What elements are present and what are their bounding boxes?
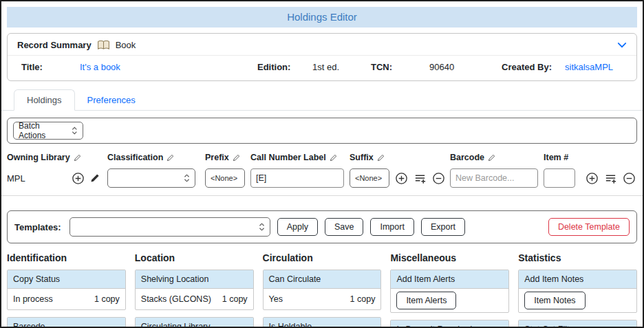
attr-value: Stacks (GLCONS) [141,294,211,304]
delete-template-button[interactable]: Delete Template [548,218,630,236]
spinner-icon [72,126,78,135]
remove-call-number-icon[interactable] [432,172,445,185]
copy-count-badge: 1 copy [350,294,376,304]
classification-header: Classification [107,153,163,162]
tab-preferences[interactable]: Preferences [75,90,148,110]
barcode-header: Barcode [450,153,484,162]
batch-edit-owning-library-icon[interactable] [74,154,81,162]
holdings-editor-page: Holdings Editor Record Summary Book Titl… [0,0,644,328]
attr-card-body[interactable]: Yes 1 copy [264,289,381,309]
copy-count-badge: 1 copy [94,294,120,304]
attr-card-header: Add Item Alerts [391,270,508,289]
spinner-icon [184,173,190,183]
page-title: Holdings Editor [7,7,637,28]
created-by-label: Created By: [502,62,565,72]
prefix-select[interactable]: <None> [205,168,245,188]
prefix-header: Prefix [205,153,229,162]
item-alerts-button[interactable]: Item Alerts [396,292,456,309]
record-summary-header: Record Summary Book [8,34,636,56]
barcode-input[interactable] [450,168,538,188]
attr-card-header: Add Item Notes [519,270,636,289]
owning-library-value: MPL [7,173,25,184]
attr-card-body[interactable]: Stacks (GLCONS) 1 copy [136,289,253,309]
attr-column-statistics: Statistics Add Item Notes Item Notes Sta… [518,252,637,328]
apply-template-button[interactable]: Apply [277,218,318,236]
attr-card-copy-status: Copy Status In process 1 copy [7,270,126,310]
holdings-row: MPL <None> <None> [1,162,643,196]
title-label: Title: [21,62,80,72]
record-summary-label: Record Summary [17,40,92,50]
call-number-label-header: Call Number Label [250,153,326,162]
attr-card-is-deposit-required: Is Deposit Required No 1 copy [390,320,509,328]
batch-edit-prefix-icon[interactable] [233,154,240,162]
attr-column-circulation: Circulation Can Circulate Yes 1 copy Is … [263,252,382,328]
item-notes-button[interactable]: Item Notes [524,292,585,309]
tab-bar: Holdings Preferences [1,89,643,111]
batch-edit-classification-icon[interactable] [167,154,174,162]
save-template-button[interactable]: Save [325,218,364,236]
suffix-header: Suffix [350,153,374,162]
chevron-down-icon[interactable] [617,42,627,49]
templates-bar: Templates: Apply Save Import Export Dele… [7,210,637,243]
export-template-button[interactable]: Export [421,218,465,236]
attr-card-is-holdable: Is Holdable Yes 1 copy [263,317,382,328]
attr-card-circulating-library: Circulating Library MPL 1 copy [135,317,254,328]
add-item-icon[interactable] [395,172,408,185]
add-call-number-icon[interactable] [72,172,85,185]
edition-value: 1st ed. [312,62,371,72]
attr-column-title: Identification [7,252,126,263]
holdings-grid-headers: Owning Library Classification Prefix Cal… [1,153,643,162]
attr-value: In process [13,294,53,304]
tcn-value: 90640 [429,62,502,72]
attributes-section: Identification Copy Status In process 1 … [7,252,637,328]
attr-card-header: Copy Status [8,270,125,289]
batch-edit-suffix-icon[interactable] [377,154,385,162]
attr-card-header: Is Deposit Required [391,320,508,328]
attr-card-header: Stat Cat Filter [519,320,636,328]
owning-library-header: Owning Library [7,153,70,162]
book-icon [97,40,110,50]
attr-column-title: Location [135,252,254,263]
suffix-select[interactable]: <None> [350,168,389,188]
attr-card-stat-cat-filter: Stat Cat Filter [518,320,637,328]
call-number-input[interactable] [250,168,344,188]
edition-label: Edition: [257,62,312,72]
remove-item-icon[interactable] [623,172,636,185]
record-summary-fields: Title: It's a book Edition: 1st ed. TCN:… [8,56,636,80]
import-template-button[interactable]: Import [370,218,414,236]
batch-edit-call-number-icon[interactable] [330,154,337,162]
add-barcode-icon[interactable] [586,172,599,185]
add-many-items-icon[interactable] [414,172,427,185]
record-summary: Record Summary Book Title: It's a book E… [7,33,637,81]
created-by-link[interactable]: sitkalsaMPL [565,62,627,72]
attr-column-title: Circulation [263,252,382,263]
attr-column-identification: Identification Copy Status In process 1 … [7,252,126,328]
attr-card-add-item-notes: Add Item Notes Item Notes [518,270,637,313]
batch-actions-bar: Batch Actions [7,118,637,144]
classification-select[interactable] [107,168,195,188]
batch-actions-select[interactable]: Batch Actions [13,122,83,140]
attr-card-header: Can Circulate [264,270,381,289]
batch-actions-label: Batch Actions [19,121,66,140]
edit-pencil-icon[interactable] [89,173,100,184]
tab-holdings[interactable]: Holdings [14,89,75,111]
attr-value: Yes [269,294,283,304]
prefix-value: <None> [211,174,237,182]
attr-column-title: Miscellaneous [390,252,509,263]
item-number-input[interactable] [544,168,575,188]
attr-card-barcode: Barcode <Unset> 1 copy [7,317,126,328]
spinner-icon [259,222,265,232]
template-select[interactable] [69,217,270,237]
attr-column-location: Location Shelving Location Stacks (GLCON… [135,252,254,328]
attr-card-header: Barcode [8,318,125,328]
batch-edit-barcode-icon[interactable] [488,154,495,162]
attr-card-header: Circulating Library [136,318,253,328]
title-link[interactable]: It's a book [80,62,257,72]
record-type-label: Book [116,40,136,50]
add-many-barcodes-icon[interactable] [604,172,617,185]
templates-label: Templates: [14,222,61,232]
tcn-label: TCN: [371,62,429,72]
suffix-value: <None> [355,174,382,182]
attr-card-shelving-location: Shelving Location Stacks (GLCONS) 1 copy [135,270,254,310]
attr-card-body[interactable]: In process 1 copy [8,289,125,309]
